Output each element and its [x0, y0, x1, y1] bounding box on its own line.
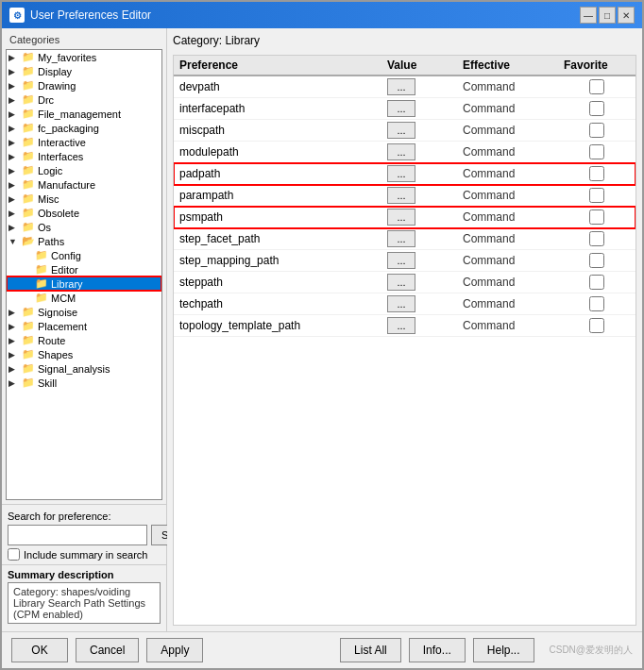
tree-expand-display: ▶: [8, 67, 22, 76]
tree-container[interactable]: ▶📁My_favorites▶📁Display▶📁Drawing▶📁Drc▶📁F…: [6, 49, 162, 500]
folder-icon-paths: 📂: [22, 235, 35, 247]
ok-button[interactable]: OK: [11, 638, 68, 662]
pref-effective-step_mapping_path: Command: [463, 254, 564, 267]
pref-favorite-cell-devpath: [564, 79, 630, 94]
tree-expand-file_management: ▶: [8, 109, 22, 119]
pref-value-cell-step_mapping_path: ...: [387, 252, 463, 269]
maximize-button[interactable]: □: [599, 7, 616, 24]
tree-item-placement[interactable]: ▶📁Placement: [7, 319, 161, 333]
pref-favorite-checkbox-topology_template_path[interactable]: [589, 318, 604, 333]
list-all-button[interactable]: List All: [340, 638, 401, 662]
tree-item-obsolete[interactable]: ▶📁Obsolete: [7, 206, 161, 220]
folder-icon-editor: 📁: [35, 263, 48, 276]
tree-expand-logic: ▶: [8, 166, 22, 176]
pref-favorite-cell-interfacepath: [564, 101, 630, 116]
tree-item-library[interactable]: 📁Library: [7, 276, 161, 291]
pref-effective-step_facet_path: Command: [463, 232, 564, 245]
pref-value-btn-interfacepath[interactable]: ...: [387, 100, 415, 117]
folder-icon-logic: 📁: [22, 164, 35, 176]
tree-label-file_management: File_management: [38, 109, 121, 120]
pref-value-btn-steppath[interactable]: ...: [387, 274, 415, 291]
folder-icon-library: 📁: [35, 277, 48, 290]
table-row: modulepath...Command: [174, 142, 636, 163]
tree-item-drc[interactable]: ▶📁Drc: [7, 92, 161, 107]
tree-item-signal_analysis[interactable]: ▶📁Signal_analysis: [7, 361, 161, 376]
help-button[interactable]: Help...: [473, 638, 534, 662]
pref-value-cell-techpath: ...: [387, 295, 463, 312]
search-input[interactable]: [8, 525, 147, 545]
pref-favorite-checkbox-step_mapping_path[interactable]: [589, 253, 604, 268]
summary-line: Category: shapes/voiding: [13, 586, 155, 597]
pref-value-btn-miscpath[interactable]: ...: [387, 122, 415, 139]
pref-favorite-checkbox-parampath[interactable]: [589, 188, 604, 203]
tree-expand-my_favorites: ▶: [8, 53, 22, 62]
search-row: Search: [8, 525, 161, 545]
tree-expand-signal_analysis: ▶: [8, 364, 22, 374]
tree-expand-paths: ▼: [8, 237, 22, 246]
tree-item-fc_packaging[interactable]: ▶📁fc_packaging: [7, 121, 161, 135]
pref-value-btn-topology_template_path[interactable]: ...: [387, 317, 415, 334]
tree-item-signoise[interactable]: ▶📁Signoise: [7, 305, 161, 319]
close-button[interactable]: ✕: [618, 7, 635, 24]
tree-item-route[interactable]: ▶📁Route: [7, 333, 161, 347]
pref-value-btn-step_facet_path[interactable]: ...: [387, 230, 415, 247]
minimize-button[interactable]: —: [580, 7, 597, 24]
tree-item-logic[interactable]: ▶📁Logic: [7, 163, 161, 177]
tree-item-manufacture[interactable]: ▶📁Manufacture: [7, 177, 161, 192]
pref-favorite-checkbox-interfacepath[interactable]: [589, 101, 604, 116]
tree-expand-route: ▶: [8, 336, 22, 345]
pref-favorite-checkbox-techpath[interactable]: [589, 296, 604, 311]
info-button[interactable]: Info...: [409, 638, 466, 662]
pref-favorite-checkbox-miscpath[interactable]: [589, 123, 604, 138]
pref-value-cell-modulepath: ...: [387, 143, 463, 160]
pref-favorite-checkbox-devpath[interactable]: [589, 79, 604, 94]
tree-item-interactive[interactable]: ▶📁Interactive: [7, 135, 161, 149]
pref-effective-modulepath: Command: [463, 145, 564, 159]
pref-favorite-checkbox-padpath[interactable]: [589, 166, 604, 181]
include-summary-checkbox[interactable]: [8, 548, 20, 561]
pref-value-btn-devpath[interactable]: ...: [387, 78, 415, 95]
pref-favorite-checkbox-steppath[interactable]: [589, 275, 604, 290]
folder-icon-display: 📁: [22, 65, 35, 77]
tree-item-mcm[interactable]: 📁MCM: [7, 291, 161, 305]
tree-label-signal_analysis: Signal_analysis: [38, 363, 110, 375]
pref-value-btn-modulepath[interactable]: ...: [387, 143, 415, 160]
category-label-text: Category:: [173, 34, 222, 47]
pref-effective-interfacepath: Command: [463, 102, 564, 115]
table-header: PreferenceValueEffectiveFavorite: [174, 56, 636, 76]
tree-item-file_management[interactable]: ▶📁File_management: [7, 107, 161, 121]
pref-value-btn-parampath[interactable]: ...: [387, 187, 415, 204]
table-row: step_facet_path...Command: [174, 228, 636, 250]
pref-value-btn-step_mapping_path[interactable]: ...: [387, 252, 415, 269]
pref-value-cell-padpath: ...: [387, 165, 463, 182]
tree-item-my_favorites[interactable]: ▶📁My_favorites: [7, 50, 161, 64]
pref-value-btn-padpath[interactable]: ...: [387, 165, 415, 182]
tree-label-interactive: Interactive: [38, 137, 86, 148]
pref-name-techpath: techpath: [179, 297, 387, 310]
tree-item-editor[interactable]: 📁Editor: [7, 262, 161, 276]
table-row: parampath...Command: [174, 185, 636, 207]
pref-name-step_mapping_path: step_mapping_path: [179, 254, 387, 267]
table-row: step_mapping_path...Command: [174, 250, 636, 272]
tree-expand-interactive: ▶: [8, 138, 22, 147]
tree-item-paths[interactable]: ▼📂Paths: [7, 234, 161, 248]
tree-item-config[interactable]: 📁Config: [7, 248, 161, 262]
tree-item-drawing[interactable]: ▶📁Drawing: [7, 78, 161, 92]
folder-icon-signoise: 📁: [22, 306, 35, 318]
tree-item-os[interactable]: ▶📁Os: [7, 220, 161, 234]
pref-favorite-checkbox-step_facet_path[interactable]: [589, 231, 604, 246]
pref-value-btn-techpath[interactable]: ...: [387, 295, 415, 312]
pref-value-cell-steppath: ...: [387, 274, 463, 291]
tree-item-shapes[interactable]: ▶📁Shapes: [7, 347, 161, 361]
tree-item-display[interactable]: ▶📁Display: [7, 64, 161, 78]
folder-icon-my_favorites: 📁: [22, 51, 35, 63]
cancel-button[interactable]: Cancel: [76, 638, 139, 662]
title-bar: ⚙ User Preferences Editor — □ ✕: [2, 2, 642, 28]
tree-item-skill[interactable]: ▶📁Skill: [7, 376, 161, 390]
apply-button[interactable]: Apply: [146, 638, 203, 662]
pref-favorite-checkbox-psmpath[interactable]: [589, 209, 604, 225]
tree-item-misc[interactable]: ▶📁Misc: [7, 192, 161, 206]
tree-item-interfaces[interactable]: ▶📁Interfaces: [7, 149, 161, 163]
pref-favorite-checkbox-modulepath[interactable]: [589, 144, 604, 159]
pref-value-btn-psmpath[interactable]: ...: [387, 209, 415, 226]
